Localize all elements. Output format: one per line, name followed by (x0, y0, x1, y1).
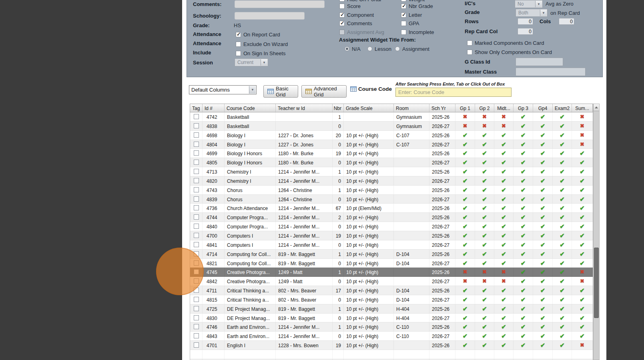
table-row[interactable]: 4742Basketball1Gymnasium2025-26✖✖✖✔✔✔✖ (190, 112, 593, 122)
table-row[interactable]: 4700Computers I1214 - Jennifer M...1910 … (190, 231, 593, 240)
row-tag-checkbox[interactable] (194, 123, 199, 128)
row-tag-checkbox[interactable] (194, 160, 199, 165)
row-tag-checkbox[interactable] (194, 342, 199, 348)
table-row[interactable]: 4711Critical Thinking a...802 - Mrs. Bea… (190, 286, 593, 295)
table-row[interactable]: 4820Chemistry I1214 - Jennifer M...010 p… (190, 176, 593, 186)
comments-input[interactable] (235, 0, 325, 8)
scrollbar-thumb[interactable] (594, 248, 599, 318)
col-header-course-code[interactable]: Course Code (225, 104, 276, 112)
cols-input[interactable] (559, 18, 574, 25)
table-row[interactable]: 4745Creative Photogra...1249 - Matt110 p… (190, 268, 593, 277)
table-row[interactable]: 4815Critical Thinking a...802 - Mrs. Bea… (190, 295, 593, 304)
letter-checkbox[interactable] (401, 12, 406, 18)
row-tag-checkbox[interactable] (194, 205, 199, 210)
col-header-gp4[interactable]: Gp4 (533, 104, 553, 112)
col-header-gp-3[interactable]: Gp 3 (514, 104, 533, 112)
row-tag-checkbox[interactable] (194, 150, 199, 156)
row-tag-checkbox[interactable] (194, 315, 199, 320)
table-row[interactable]: 4840Computer Progra...1214 - Jennifer M.… (190, 222, 593, 231)
grade-select[interactable]: Both ▼ (516, 9, 548, 17)
col-header-exam2[interactable]: Exam2 (553, 104, 572, 112)
check-icon: ✔ (553, 322, 572, 331)
table-row[interactable]: 4701English I1228 - Mrs. Bowen1910 pt +/… (190, 341, 593, 350)
table-row[interactable]: 4842Creative Photogra...1249 - Matt010 p… (190, 277, 593, 286)
comments-checkbox[interactable] (339, 21, 345, 26)
table-row[interactable]: 4714Computing for Coll...819 - Mr. Bagge… (190, 250, 593, 259)
n-a-radio[interactable] (345, 46, 349, 51)
vertical-scrollbar[interactable] (593, 104, 600, 360)
table-row[interactable]: 4744Computer Progra...1214 - Jennifer M.… (190, 213, 593, 222)
col-header-id[interactable]: Id # (203, 104, 225, 112)
component-checkbox[interactable] (339, 12, 345, 18)
table-row[interactable]: 4805Biology I Honors1180 - Mr. Burke010 … (190, 158, 593, 167)
row-tag-checkbox[interactable] (194, 169, 199, 174)
table-row[interactable]: 4838Basketball0Gymnasium2026-27✖✖✖✔✔✔✖ (190, 122, 593, 131)
assignment-radio[interactable] (395, 46, 400, 51)
col-header-grade-scale[interactable]: Grade Scale (344, 104, 394, 112)
score-checkbox[interactable] (339, 4, 345, 9)
table-row[interactable]: 4843Earth and Environ...1214 - Jennifer … (190, 332, 593, 341)
col-header-midt[interactable]: Midt... (494, 104, 514, 112)
table-row[interactable]: 4804Biology I1227 - Dr. Jones010 pt +/- … (190, 140, 593, 149)
col-header-gp-1[interactable]: Gp 1 (455, 104, 475, 112)
lesson-radio[interactable] (367, 46, 372, 51)
table-row[interactable]: 4821Computing for Coll...819 - Mr. Bagge… (190, 259, 593, 268)
col-header-teacher-w-id[interactable]: Teacher w Id (276, 104, 333, 112)
col-header-sum[interactable]: Sum... (572, 104, 593, 112)
table-row[interactable]: 4736Church Attendance1214 - Jennifer M..… (190, 204, 593, 213)
nbr-grade-checkbox[interactable] (401, 4, 406, 9)
on-report-card-checkbox[interactable] (236, 32, 241, 37)
row-tag-checkbox[interactable] (194, 187, 199, 192)
table-row[interactable]: 4830DE Project Manag...819 - Mr. Baggett… (190, 314, 593, 323)
table-row[interactable]: 4698Biology I1227 - Dr. Jones2010 pt +/-… (190, 131, 593, 140)
advanced-grid-button[interactable]: Advanced Grid (301, 85, 347, 98)
table-row[interactable]: 4839Chorus1264 - Christine010 pt +/- (Hi… (190, 195, 593, 204)
basic-grid-button[interactable]: Basic Grid (263, 85, 298, 98)
row-tag-checkbox[interactable] (194, 114, 199, 119)
row-tag-checkbox[interactable] (194, 196, 199, 202)
row-tag-checkbox[interactable] (194, 142, 199, 147)
row-tag-checkbox[interactable] (194, 178, 199, 183)
show-only-components-checkbox[interactable] (467, 50, 472, 55)
row-tag-checkbox[interactable] (194, 324, 199, 329)
col-header-gp-2[interactable]: Gp 2 (475, 104, 494, 112)
exclude-on-wizard-checkbox[interactable] (236, 42, 241, 47)
row-tag-checkbox[interactable] (194, 132, 199, 138)
on-sign-in-sheets-checkbox[interactable] (236, 51, 241, 56)
rows-input[interactable] (518, 18, 533, 25)
weight-checkbox[interactable] (401, 0, 406, 2)
table-row[interactable]: 4746Earth and Environ...1214 - Jennifer … (190, 322, 593, 332)
incomplete-checkbox[interactable] (401, 30, 406, 35)
row-tag-checkbox[interactable] (194, 297, 199, 302)
assignment-avg-checkbox[interactable] (339, 30, 345, 35)
row-tag-checkbox[interactable] (194, 233, 199, 238)
session-select[interactable]: Current ▼ (235, 58, 268, 66)
row-tag-checkbox[interactable] (194, 242, 199, 247)
row-tag-checkbox[interactable] (194, 224, 199, 229)
table-row[interactable]: 4699Biology I Honors1180 - Mr. Burke1910… (190, 149, 593, 158)
table-row[interactable]: 4713Chemistry I1214 - Jennifer M...110 p… (190, 167, 593, 176)
rep-card-col-input[interactable] (518, 28, 533, 35)
columns-select[interactable]: Default Columns ▼ (189, 85, 257, 94)
col-header-nbr[interactable]: Nbr (333, 104, 344, 112)
row-tag-checkbox[interactable] (194, 333, 199, 338)
cell-flag: ✔ (475, 332, 494, 340)
table-row[interactable]: 4743Chorus1264 - Christine110 pt +/- (Hi… (190, 186, 593, 195)
col-header-sch-yr[interactable]: Sch Yr (429, 104, 455, 112)
table-row[interactable]: 4841Computers I1214 - Jennifer M...010 p… (190, 240, 593, 250)
g-class-id-input[interactable] (516, 58, 563, 66)
col-header-tag[interactable]: Tag (190, 104, 203, 112)
hide-on-portal-checkbox[interactable] (339, 0, 345, 2)
ics-select[interactable]: No ▼ (515, 0, 543, 8)
table-row[interactable]: 4725DE Project Manag...819 - Mr. Baggett… (190, 304, 593, 314)
gpa-checkbox[interactable] (401, 21, 406, 26)
col-header-room[interactable]: Room (394, 104, 429, 112)
scroll-up-button[interactable] (594, 104, 599, 111)
row-tag-checkbox[interactable] (194, 214, 199, 220)
cell-flag: ✔ (494, 149, 514, 158)
schoology-input[interactable] (235, 12, 305, 20)
course-code-search-input[interactable] (395, 88, 512, 97)
marked-components-checkbox[interactable] (467, 40, 472, 46)
row-tag-checkbox[interactable] (194, 306, 199, 311)
master-class-input[interactable] (516, 68, 586, 76)
